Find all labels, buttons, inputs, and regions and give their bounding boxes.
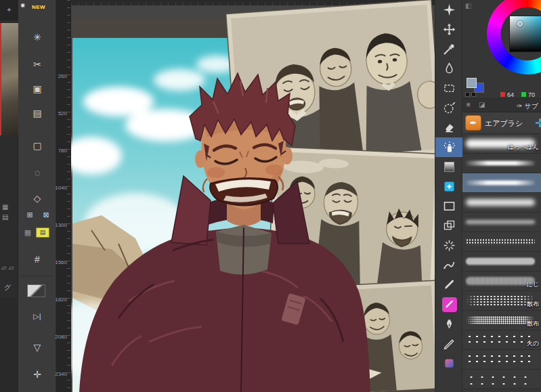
transform-b-icon[interactable]: ⊠	[39, 211, 53, 219]
airbrush-tool-icon	[442, 140, 456, 154]
layer-dim-icon[interactable]: ▦	[21, 228, 35, 237]
brush-row[interactable]: 散布	[462, 291, 541, 311]
folder-icon[interactable]: ▱	[1, 264, 7, 271]
brush-row[interactable]: 火の	[462, 330, 541, 350]
saturation-value-square[interactable]	[509, 16, 541, 52]
tool-slot[interactable]	[435, 314, 463, 334]
auto-select-tool-icon	[442, 101, 456, 115]
tool-slot[interactable]	[435, 275, 463, 295]
navigator-thumbnail[interactable]	[0, 23, 18, 135]
brush-stroke-preview	[466, 161, 535, 166]
gradient-swatch-icon[interactable]	[27, 284, 45, 297]
color-picker-dot[interactable]	[517, 21, 523, 26]
brush-row[interactable]	[462, 232, 541, 252]
mini-swatch[interactable]	[465, 92, 470, 97]
brush-row[interactable]	[462, 370, 541, 389]
copy-icon[interactable]: ▣	[18, 84, 56, 93]
ruler-number: 520	[58, 110, 67, 116]
navigator-bottom	[0, 297, 18, 392]
tool-slot[interactable]	[435, 216, 463, 236]
tool-slot[interactable]	[435, 196, 463, 216]
tool-slot[interactable]	[435, 334, 463, 353]
brush-row[interactable]	[462, 350, 541, 370]
brush-tab-icon[interactable]: ◪	[479, 101, 485, 108]
brush-row[interactable]: 散布	[462, 311, 541, 330]
right-toolbar	[435, 0, 462, 392]
tool-slot[interactable]	[435, 98, 463, 118]
fill-tool-icon	[442, 62, 456, 76]
decoration-new-icon[interactable]: ✷	[20, 1, 33, 10]
navigator-top-icon[interactable]: ✦	[0, 0, 18, 20]
brush-stroke-preview	[466, 199, 535, 206]
tool-slot[interactable]	[435, 236, 463, 255]
tool-slot[interactable]	[435, 20, 463, 39]
transform-a-icon[interactable]: ⊞	[22, 211, 37, 219]
scissors-icon[interactable]: ✂	[18, 60, 56, 69]
green-value-swatch	[521, 92, 526, 97]
stream-line-tool-icon	[442, 238, 456, 253]
tool-slot[interactable]	[435, 295, 463, 314]
brush-row[interactable]: にじ	[462, 271, 541, 291]
decoration-tool-icon	[442, 3, 456, 17]
tool-slot[interactable]	[435, 0, 463, 20]
canvas-artwork[interactable]	[71, 0, 435, 392]
tool-slot[interactable]	[435, 353, 463, 373]
frame-tool-icon	[442, 219, 456, 233]
menu-icon[interactable]: ≡	[467, 101, 471, 108]
color-wheel-area: ◧	[462, 0, 541, 76]
tool-slot[interactable]	[435, 118, 463, 137]
brush-label: にじ	[527, 280, 539, 289]
lasso-select-icon[interactable]: ◌	[18, 168, 56, 177]
layer-highlight-icon[interactable]: ▤	[36, 227, 49, 238]
palette-mini-icon[interactable]: ▦	[2, 203, 8, 211]
tool-slot[interactable]	[435, 59, 463, 79]
marker-tool-highlight	[442, 297, 457, 312]
skip-icon[interactable]: ▷|	[18, 313, 56, 320]
green-value: 70	[528, 91, 535, 98]
wheel-mode-icon[interactable]: ◧	[465, 2, 471, 9]
brush-stroke-preview	[466, 295, 535, 306]
brush-row[interactable]	[462, 252, 541, 271]
operation-tool-icon[interactable]: ✳	[18, 32, 56, 42]
brush-row[interactable]: ほっぺぽん	[462, 134, 541, 154]
mini-swatch[interactable]	[471, 92, 476, 97]
gradient-tool-icon	[442, 160, 456, 174]
tool-slot[interactable]	[435, 255, 463, 275]
tool-slot[interactable]	[435, 79, 463, 98]
marker-tool-icon	[443, 299, 455, 310]
main-color-chip[interactable]	[467, 78, 477, 88]
tool-slot[interactable]	[435, 177, 463, 196]
tab-sub[interactable]: ✑ サブ	[517, 102, 538, 111]
polygon-select-icon[interactable]: ◇	[18, 194, 56, 203]
mesh-icon[interactable]: #	[18, 255, 56, 264]
palette-mini-icon[interactable]: ▤	[2, 213, 8, 221]
tool-slot[interactable]	[435, 137, 463, 157]
marquee-select-icon[interactable]: ▢	[18, 141, 56, 150]
navigator-strip: ✦ ▦ ▤ ▱ ▱ グ	[0, 0, 18, 392]
brush-label: 火の	[527, 339, 539, 348]
subtool-group-row: ✒ エアブラシ ✛	[462, 112, 541, 134]
ruler-number: 1300	[55, 222, 67, 228]
brush-row[interactable]	[462, 193, 541, 213]
brush-row[interactable]	[462, 213, 541, 232]
left-toolbar: ✷ NEW ✳ ✂ ▣ ▤ ▢ ◌ ◇ ⊞ ⊠ ▦ ▤ # ▷| ▽ ✛	[18, 0, 56, 392]
airbrush-group-icon[interactable]: ✒	[465, 115, 481, 131]
figure-tool-icon	[442, 199, 456, 213]
move-canvas-icon[interactable]: ✛	[18, 370, 56, 379]
canvas-area[interactable]	[71, 0, 435, 392]
nib-tool-icon	[442, 317, 456, 331]
triangle-icon[interactable]: ▽	[18, 343, 56, 352]
toolbar-divider	[21, 276, 53, 276]
folder-icon[interactable]: ▱	[9, 264, 14, 271]
tool-slot[interactable]	[435, 157, 463, 177]
tool-slot[interactable]	[435, 39, 463, 59]
brush-row[interactable]	[462, 173, 541, 193]
document-icon[interactable]: ▤	[18, 108, 56, 118]
brush-stroke-preview	[466, 258, 535, 265]
next-group-icon[interactable]: ✛	[535, 116, 541, 131]
ruler-number: 780	[58, 148, 67, 154]
brush-row[interactable]	[462, 154, 541, 173]
color-chips-row: 64 70	[462, 76, 541, 99]
subtool-extra-icon	[442, 356, 456, 370]
brush-stroke-preview	[466, 334, 535, 346]
